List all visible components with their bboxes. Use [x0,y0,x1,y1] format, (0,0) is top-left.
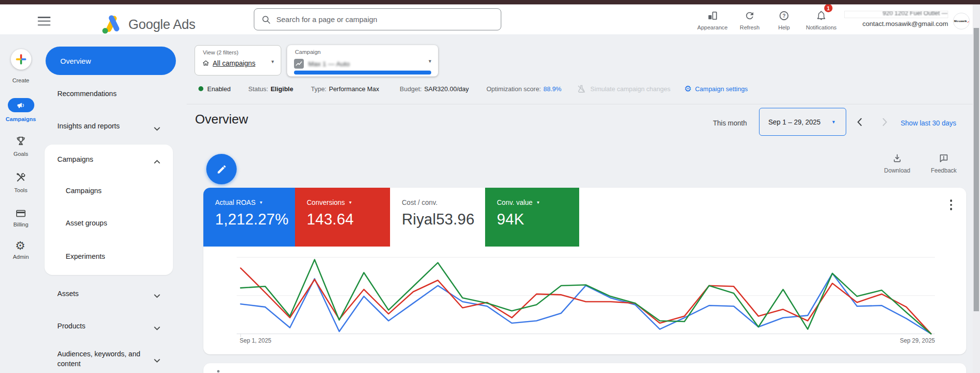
performance-max-icon [294,59,304,69]
create-button[interactable] [11,49,31,70]
plus-icon [15,53,27,66]
main-menu-icon[interactable] [38,17,50,25]
notifications-label: Notifications [800,25,843,30]
flask-crossed-icon [576,84,587,94]
bell-icon [816,10,827,21]
overview-performance-card: Actual ROAS▼ 1,212.27% Conversions▼ 143.… [203,188,966,354]
type-value: Performance Max [329,85,379,93]
help-button[interactable]: ? Help [770,10,798,30]
account-email: contact.mosawik@gmail.com [844,20,948,27]
tools-icon [15,172,26,183]
refresh-icon [744,10,755,21]
dropdown-caret-icon: ▼ [270,59,275,64]
subnav-item-asset-groups[interactable]: Asset groups [66,219,107,227]
card-overflow-menu-icon[interactable] [946,199,956,210]
page-scrollbar[interactable] [973,4,980,373]
dropdown-caret-icon: ▼ [259,200,263,205]
campaign-settings-button[interactable]: ⚙ Campaign settings [684,85,748,93]
appearance-button[interactable]: Appearance [691,10,734,30]
dropdown-caret-icon: ▼ [536,200,540,205]
subnav-group-campaigns[interactable]: Campaigns [57,155,93,163]
download-label: Download [880,167,914,174]
appearance-icon [707,10,718,21]
notifications-button[interactable]: Notifications [800,10,843,30]
scorecard-actual-roas-value: 1,212.27% [203,211,295,228]
optimization-score-value[interactable]: 88.9% [543,85,562,93]
period-label: This month [713,119,747,127]
rail-admin-label: Admin [0,254,42,260]
subnav-item-recommendations[interactable]: Recommendations [57,90,117,98]
scorecard-conv-value[interactable]: Conv. value▼ 94K [485,188,579,247]
global-search[interactable] [254,8,501,30]
dropdown-caret-icon: ▼ [428,59,432,64]
download-button[interactable]: Download [880,153,914,174]
create-label: Create [0,77,42,83]
chart-x-start-label: Sep 1, 2025 [240,337,271,344]
notification-badge: 1 [824,4,833,12]
campaign-selector-dropdown[interactable]: Campaign Max 1 — Auto ▼ [287,45,438,76]
chevron-down-icon[interactable] [154,291,160,300]
campaign-selector-value: Max 1 — Auto [308,60,350,68]
subnav-item-assets[interactable]: Assets [57,290,79,298]
chevron-up-icon[interactable] [154,157,160,166]
chart-x-end-label: Sep 29, 2025 [855,337,935,344]
view-filter-dropdown[interactable]: View (2 filters) All campaigns ▼ [195,45,281,75]
budget-label: Budget: [400,85,422,93]
help-label: Help [770,25,798,30]
search-icon [261,15,271,25]
scorecard-conversions[interactable]: Conversions▼ 143.64 [295,188,390,247]
pencil-icon [216,164,227,175]
rail-item-campaigns[interactable] [8,98,34,112]
rail-item-tools[interactable] [15,172,26,185]
subnav-item-products[interactable]: Products [57,322,85,330]
scrollbar-thumb[interactable] [974,28,979,311]
rail-tools-label: Tools [0,187,42,193]
chevron-down-icon[interactable] [154,124,160,133]
refresh-label: Refresh [733,25,766,30]
subnav-item-experiments[interactable]: Experiments [66,252,105,260]
feedback-button[interactable]: Feedback [926,153,961,174]
show-last-30-days-link[interactable]: Show last 30 days [901,119,956,127]
subnav-item-audiences[interactable]: Audiences, keywords, and content [57,349,148,369]
date-range-picker[interactable]: Sep 1 – 29, 2025 ▼ [759,108,846,136]
edit-scorecards-button[interactable] [206,154,237,184]
previous-period-button[interactable] [857,118,862,128]
credit-card-icon [15,208,26,219]
subnav-item-insights[interactable]: Insights and reports [57,122,120,130]
feedback-icon [938,153,949,164]
download-icon [892,153,903,164]
enabled-status[interactable]: Enabled [207,85,231,93]
status-value: Eligible [270,85,293,93]
rail-item-admin[interactable]: ⚙ [15,240,25,251]
chart-series-actual-roas [241,274,931,334]
subnav-item-overview[interactable]: Overview [46,47,176,75]
chevron-down-icon[interactable] [154,323,160,332]
enabled-status-dot [198,86,203,91]
next-period-button-disabled [882,118,888,128]
appearance-label: Appearance [691,25,734,30]
subnav-item-campaigns[interactable]: Campaigns [66,187,101,195]
gear-icon: ⚙ [15,239,25,252]
rail-goals-label: Goals [0,151,42,157]
scorecard-conv-value-value: 94K [485,211,579,228]
budget-value[interactable]: SAR320.00/day [424,85,469,93]
subnav-overview-label: Overview [60,57,91,65]
simulate-changes-button-disabled: Simulate campaign changes [576,84,670,94]
rail-item-billing[interactable] [15,208,26,221]
refresh-button[interactable]: Refresh [733,10,766,30]
scorecard-actual-roas[interactable]: Actual ROAS▼ 1,212.27% [203,188,295,247]
optimization-score-label: Optimization score: [487,85,541,93]
avatar-logo-tick: ◞ [967,19,969,23]
chevron-down-icon[interactable] [154,356,160,365]
search-input[interactable] [276,15,494,24]
scorecard-cost-per-conv[interactable]: Cost / conv.▼ Riyal53.96 [390,188,485,247]
rail-item-goals[interactable] [15,135,26,149]
campaign-status-bar: Enabled Status: Eligible Type: Performan… [198,85,748,93]
status-label: Status: [248,85,268,93]
chart-series-conv-value [241,260,931,334]
account-info[interactable]: 920 1202 Fuel Outlet — contact.mosawik@g… [844,11,948,27]
next-card-bullet [217,370,220,373]
brand-title: Google Ads [128,17,196,32]
avatar[interactable]: Mosawik◞ [953,13,970,29]
performance-line-chart[interactable] [237,254,935,339]
